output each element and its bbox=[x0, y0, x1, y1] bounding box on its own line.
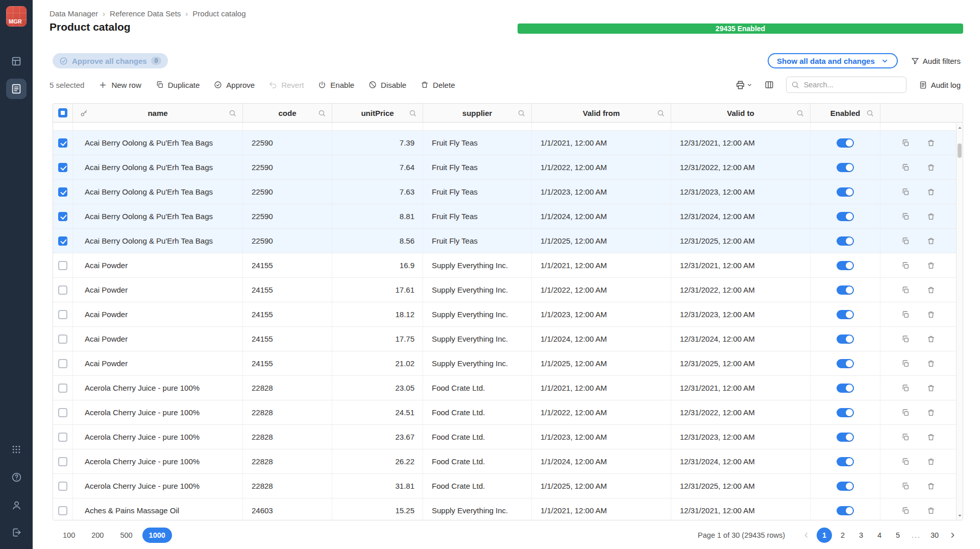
cell-valid-from[interactable]: 1/1/2024, 12:00 AM bbox=[532, 449, 671, 473]
cell-unitPrice[interactable]: 7.63 bbox=[332, 180, 423, 204]
cell-valid-to[interactable]: 12/31/2021, 12:00 AM bbox=[671, 131, 811, 155]
delete-row-icon[interactable] bbox=[927, 286, 935, 294]
cell-name[interactable]: Aches & Pains Massage Oil bbox=[73, 498, 243, 520]
sidebar-item-logout[interactable] bbox=[6, 522, 27, 542]
enabled-toggle[interactable] bbox=[837, 187, 854, 197]
column-header-code[interactable]: code bbox=[243, 104, 332, 122]
duplicate-row-icon[interactable] bbox=[901, 433, 910, 441]
cell-supplier[interactable]: Food Crate Ltd. bbox=[423, 449, 532, 473]
duplicate-row-icon[interactable] bbox=[901, 507, 910, 515]
cell-valid-to[interactable]: 12/31/2022, 12:00 AM bbox=[671, 155, 811, 179]
column-search-icon[interactable] bbox=[229, 109, 236, 117]
audit-filters-button[interactable]: Audit filters bbox=[911, 57, 961, 65]
show-all-data-dropdown[interactable]: Show all data and changes bbox=[768, 53, 898, 68]
cell-supplier[interactable]: Supply Everything Inc. bbox=[423, 498, 532, 520]
cell-code[interactable]: 24155 bbox=[243, 278, 332, 302]
cell-code[interactable]: 24155 bbox=[243, 302, 332, 326]
enabled-toggle[interactable] bbox=[837, 163, 854, 172]
column-header-valid-to[interactable]: Valid to bbox=[671, 104, 811, 122]
cell-code[interactable]: 22590 bbox=[243, 204, 332, 228]
cell-valid-to[interactable]: 12/31/2024, 12:00 AM bbox=[671, 327, 811, 351]
delete-row-icon[interactable] bbox=[927, 261, 935, 270]
cell-supplier[interactable]: Fruit Fly Teas bbox=[423, 229, 532, 253]
delete-row-icon[interactable] bbox=[927, 237, 935, 245]
delete-row-icon[interactable] bbox=[927, 433, 935, 441]
duplicate-row-icon[interactable] bbox=[901, 212, 910, 221]
cell-supplier[interactable]: Food Crate Ltd. bbox=[423, 474, 532, 498]
cell-unitPrice[interactable]: 31.81 bbox=[332, 474, 423, 498]
next-page-button[interactable] bbox=[945, 528, 960, 542]
delete-row-icon[interactable] bbox=[927, 212, 935, 221]
cell-valid-to[interactable]: 12/31/2025, 12:00 AM bbox=[671, 229, 811, 253]
enabled-toggle[interactable] bbox=[837, 261, 854, 270]
cell-code[interactable]: 22828 bbox=[243, 425, 332, 449]
cell-name[interactable]: Acai Berry Oolong & Pu'Erh Tea Bags bbox=[73, 229, 243, 253]
scroll-down-arrow[interactable] bbox=[957, 512, 963, 519]
cell-supplier[interactable]: Food Crate Ltd. bbox=[423, 425, 532, 449]
enabled-toggle[interactable] bbox=[837, 359, 854, 368]
delete-row-icon[interactable] bbox=[927, 458, 935, 466]
enabled-toggle[interactable] bbox=[837, 335, 854, 344]
cell-valid-from[interactable]: 1/1/2022, 12:00 AM bbox=[532, 155, 671, 179]
cell-supplier[interactable]: Food Crate Ltd. bbox=[423, 400, 532, 424]
enabled-toggle[interactable] bbox=[837, 457, 854, 466]
cell-code[interactable]: 22590 bbox=[243, 229, 332, 253]
cell-valid-to[interactable]: 12/31/2021, 12:00 AM bbox=[671, 498, 811, 520]
cell-valid-from[interactable]: 1/1/2021, 12:00 AM bbox=[532, 131, 671, 155]
cell-valid-to[interactable]: 12/31/2021, 12:00 AM bbox=[671, 376, 811, 400]
cell-name[interactable]: Acerola Cherry Juice - pure 100% bbox=[73, 425, 243, 449]
cell-unitPrice[interactable]: 18.12 bbox=[332, 302, 423, 326]
delete-row-icon[interactable] bbox=[927, 384, 935, 392]
cell-supplier[interactable]: Supply Everything Inc. bbox=[423, 278, 532, 302]
app-logo[interactable]: MGR bbox=[6, 6, 27, 27]
sidebar-item-data[interactable] bbox=[6, 51, 27, 71]
row-checkbox[interactable] bbox=[58, 310, 67, 319]
cell-valid-from[interactable]: 1/1/2025, 12:00 AM bbox=[532, 474, 671, 498]
page-size-200[interactable]: 200 bbox=[85, 528, 110, 543]
cell-valid-from[interactable]: 1/1/2025, 12:00 AM bbox=[532, 351, 671, 375]
cell-code[interactable]: 22828 bbox=[243, 474, 332, 498]
cell-valid-to[interactable]: 12/31/2022, 12:00 AM bbox=[671, 400, 811, 424]
page-size-500[interactable]: 500 bbox=[113, 528, 139, 543]
column-search-icon[interactable] bbox=[518, 109, 525, 117]
row-checkbox[interactable] bbox=[58, 236, 67, 246]
revert-button[interactable]: Revert bbox=[269, 81, 304, 89]
disable-button[interactable]: Disable bbox=[369, 81, 406, 89]
page-4[interactable]: 4 bbox=[872, 528, 887, 543]
duplicate-row-icon[interactable] bbox=[901, 360, 910, 368]
column-search-icon[interactable] bbox=[657, 109, 665, 117]
cell-supplier[interactable]: Supply Everything Inc. bbox=[423, 302, 532, 326]
cell-supplier[interactable]: Supply Everything Inc. bbox=[423, 327, 532, 351]
cell-unitPrice[interactable]: 17.61 bbox=[332, 278, 423, 302]
enabled-toggle[interactable] bbox=[837, 285, 854, 295]
cell-valid-from[interactable]: 1/1/2024, 12:00 AM bbox=[532, 204, 671, 228]
search-input[interactable] bbox=[786, 77, 906, 93]
page-2[interactable]: 2 bbox=[835, 528, 850, 543]
row-checkbox[interactable] bbox=[58, 212, 67, 221]
cell-valid-from[interactable]: 1/1/2024, 12:00 AM bbox=[532, 327, 671, 351]
cell-code[interactable]: 24155 bbox=[243, 327, 332, 351]
export-print-button[interactable] bbox=[736, 80, 752, 90]
duplicate-row-icon[interactable] bbox=[901, 384, 910, 392]
cell-valid-from[interactable]: 1/1/2021, 12:00 AM bbox=[532, 498, 671, 520]
cell-code[interactable]: 24155 bbox=[243, 351, 332, 375]
enabled-toggle[interactable] bbox=[837, 408, 854, 417]
row-checkbox[interactable] bbox=[58, 482, 67, 491]
column-header-unitPrice[interactable]: unitPrice bbox=[332, 104, 423, 122]
cell-valid-from[interactable]: 1/1/2025, 12:00 AM bbox=[532, 229, 671, 253]
audit-log-button[interactable]: Audit log bbox=[919, 81, 961, 89]
cell-valid-from[interactable]: 1/1/2022, 12:00 AM bbox=[532, 278, 671, 302]
cell-name[interactable]: Acerola Cherry Juice - pure 100% bbox=[73, 474, 243, 498]
cell-unitPrice[interactable]: 23.67 bbox=[332, 425, 423, 449]
cell-valid-to[interactable]: 12/31/2023, 12:00 AM bbox=[671, 425, 811, 449]
cell-valid-to[interactable]: 12/31/2021, 12:00 AM bbox=[671, 253, 811, 277]
column-header-valid-from[interactable]: Valid from bbox=[532, 104, 671, 122]
sidebar-item-help[interactable] bbox=[6, 467, 27, 487]
page-size-100[interactable]: 100 bbox=[56, 528, 82, 543]
delete-button[interactable]: Delete bbox=[421, 81, 455, 89]
cell-unitPrice[interactable]: 17.75 bbox=[332, 327, 423, 351]
row-checkbox[interactable] bbox=[58, 138, 67, 148]
breadcrumb-data-manager[interactable]: Data Manager bbox=[50, 9, 98, 18]
column-search-icon[interactable] bbox=[866, 109, 874, 117]
cell-code[interactable]: 22828 bbox=[243, 400, 332, 424]
